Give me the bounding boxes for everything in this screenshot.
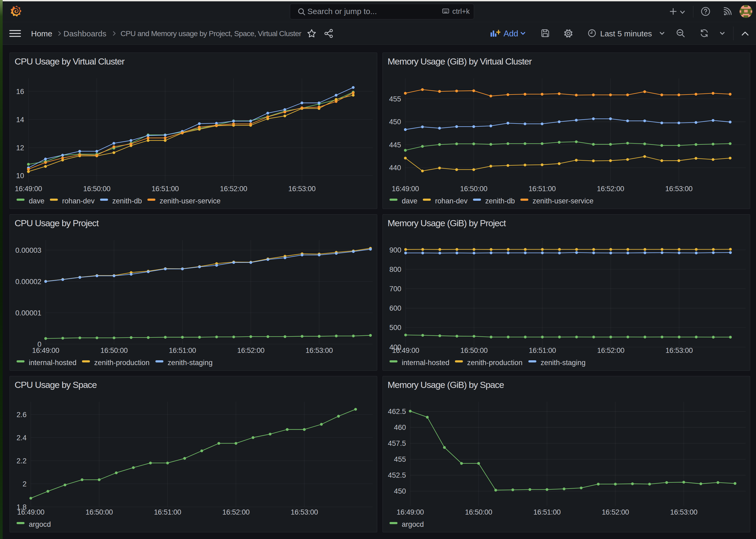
svg-text:2: 2 [23,480,27,488]
svg-text:460: 460 [394,423,406,431]
svg-text:700: 700 [389,285,401,293]
svg-text:zenith-staging: zenith-staging [541,358,585,367]
svg-text:dave: dave [402,197,417,205]
svg-text:900: 900 [389,246,401,254]
svg-text:16:50:00: 16:50:00 [83,185,110,193]
svg-text:16:52:00: 16:52:00 [220,185,247,193]
svg-text:16: 16 [16,87,24,96]
svg-text:10: 10 [16,172,24,180]
svg-text:440: 440 [389,164,401,172]
svg-text:16:53:00: 16:53:00 [665,185,693,193]
svg-text:16:51:00: 16:51:00 [529,346,556,354]
svg-text:462.5: 462.5 [388,407,406,416]
svg-text:zenith-staging: zenith-staging [168,358,213,367]
svg-text:argocd: argocd [402,520,424,528]
svg-text:16:49:00: 16:49:00 [32,346,59,354]
svg-text:16:53:00: 16:53:00 [670,508,697,516]
svg-text:2.6: 2.6 [17,411,27,419]
svg-text:16:52:00: 16:52:00 [597,185,624,193]
svg-text:dave: dave [29,197,44,205]
svg-text:16:52:00: 16:52:00 [597,346,624,354]
svg-text:16:53:00: 16:53:00 [288,185,315,193]
svg-text:rohan-dev: rohan-dev [435,197,468,205]
svg-text:0.00003: 0.00003 [15,246,41,254]
svg-text:argocd: argocd [29,520,51,528]
svg-text:16:49:00: 16:49:00 [17,508,44,516]
svg-text:16:51:00: 16:51:00 [154,508,181,516]
svg-text:16:50:00: 16:50:00 [86,508,113,516]
svg-text:457.5: 457.5 [388,439,406,447]
svg-text:16:49:00: 16:49:00 [397,508,424,516]
svg-text:450: 450 [394,487,406,495]
svg-text:16:49:00: 16:49:00 [392,346,419,354]
svg-text:16:51:00: 16:51:00 [169,346,196,354]
svg-text:zenith-user-service: zenith-user-service [532,197,593,205]
svg-text:internal-hosted: internal-hosted [29,358,76,367]
svg-text:800: 800 [389,265,401,273]
svg-text:16:51:00: 16:51:00 [528,185,556,193]
svg-text:16:52:00: 16:52:00 [602,508,629,516]
svg-text:2.4: 2.4 [17,433,27,442]
svg-text:16:53:00: 16:53:00 [306,346,333,354]
svg-text:16:52:00: 16:52:00 [237,346,264,354]
svg-text:12: 12 [16,144,24,152]
svg-text:16:50:00: 16:50:00 [460,346,488,354]
svg-text:zenith-production: zenith-production [467,358,523,367]
svg-text:16:52:00: 16:52:00 [222,508,249,516]
svg-text:zenith-db: zenith-db [112,197,142,205]
svg-text:rohan-dev: rohan-dev [62,197,95,205]
svg-text:16:50:00: 16:50:00 [465,508,492,516]
svg-text:14: 14 [16,116,24,124]
svg-text:445: 445 [389,141,401,149]
svg-text:zenith-db: zenith-db [485,197,515,205]
svg-text:450: 450 [389,117,401,126]
svg-text:zenith-production: zenith-production [94,358,150,367]
svg-text:500: 500 [389,323,401,332]
svg-text:16:51:00: 16:51:00 [533,508,561,516]
svg-text:16:53:00: 16:53:00 [291,508,318,516]
svg-text:16:53:00: 16:53:00 [665,346,693,354]
svg-text:16:50:00: 16:50:00 [100,346,128,354]
svg-text:16:49:00: 16:49:00 [392,185,419,193]
svg-text:0.00002: 0.00002 [15,277,41,285]
svg-text:internal-hosted: internal-hosted [402,358,449,367]
svg-text:2.2: 2.2 [17,457,27,465]
svg-text:455: 455 [389,95,401,103]
svg-text:16:49:00: 16:49:00 [15,185,42,193]
svg-text:zenith-user-service: zenith-user-service [160,197,221,205]
svg-text:16:51:00: 16:51:00 [152,185,179,193]
svg-text:16:50:00: 16:50:00 [460,185,487,193]
svg-text:0.00001: 0.00001 [15,309,41,317]
svg-text:455: 455 [394,455,406,463]
svg-text:600: 600 [389,304,401,312]
svg-text:452.5: 452.5 [388,471,406,479]
